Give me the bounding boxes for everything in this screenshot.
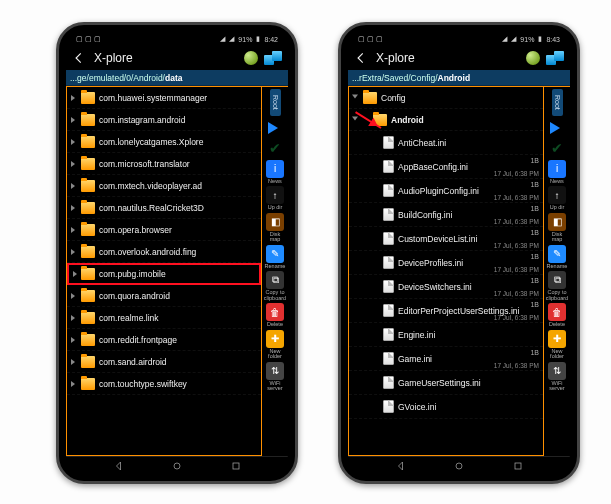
file-row[interactable]: Engine.ini [349,323,543,347]
folder-row[interactable]: com.mxtech.videoplayer.ad [67,175,261,197]
side-button[interactable]: 🗑Delete [264,303,286,328]
item-size: 1B [530,205,539,212]
side-button[interactable]: ↑Up dir [264,186,286,211]
folder-row[interactable]: com.opera.browser [67,219,261,241]
nav-recent-icon[interactable] [512,460,524,472]
file-row[interactable]: AudioPluginConfig.ini 1B 17 Jul, 6:38 PM [349,179,543,203]
expand-icon[interactable] [71,359,78,365]
expand-icon[interactable] [352,94,358,101]
folder-row[interactable]: com.instagram.android [67,109,261,131]
folder-row[interactable]: com.microsoft.translator [67,153,261,175]
folder-row[interactable]: com.overlook.android.fing [67,241,261,263]
file-row[interactable]: BuildConfig.ini 1B 17 Jul, 6:38 PM [349,203,543,227]
expand-icon[interactable] [71,95,78,101]
item-date: 17 Jul, 6:38 PM [494,242,539,249]
item-name: com.touchtype.swiftkey [99,379,261,389]
side-button[interactable]: ⇅WiFi server [546,362,568,392]
item-date: 17 Jul, 6:38 PM [494,290,539,297]
expand-icon[interactable] [71,161,78,167]
file-row[interactable]: DeviceSwitchers.ini 1B 17 Jul, 6:38 PM [349,275,543,299]
expand-icon[interactable] [71,227,78,233]
expand-icon[interactable] [71,249,78,255]
side-button[interactable]: iNews [546,160,568,185]
svg-rect-3 [515,463,521,469]
folder-row[interactable]: com.reddit.frontpage [67,329,261,351]
file-row[interactable]: GameUserSettings.ini [349,371,543,395]
item-name: GameUserSettings.ini [398,378,543,388]
file-row[interactable]: GVoice.ini [349,395,543,419]
expand-icon[interactable] [71,293,78,299]
file-row[interactable]: AppBaseConfig.ini 1B 17 Jul, 6:38 PM [349,155,543,179]
file-icon [383,280,394,293]
side-button-label: Copy to clipboard [546,290,568,301]
side-button-label: Rename [547,264,568,270]
file-list[interactable]: com.huawei.systemmanager com.instagram.a… [66,87,262,456]
panels-icon[interactable] [264,51,282,65]
folder-row[interactable]: com.touchtype.swiftkey [67,373,261,395]
folder-row[interactable]: Config [349,87,543,109]
folder-row[interactable]: com.pubg.imobile [67,263,261,285]
path-bar[interactable]: ...rExtra/Saved/Config/Android [348,70,570,86]
file-row[interactable]: Game.ini 1B 17 Jul, 6:38 PM [349,347,543,371]
expand-icon[interactable] [71,183,78,189]
expand-icon[interactable] [73,271,80,277]
file-row[interactable]: DeviceProfiles.ini 1B 17 Jul, 6:38 PM [349,251,543,275]
expand-icon[interactable] [71,205,78,211]
side-button[interactable]: ↑Up dir [546,186,568,211]
nav-back-icon[interactable] [113,460,125,472]
side-button[interactable]: ✚New folder [264,330,286,360]
nav-back-icon[interactable] [395,460,407,472]
back-icon[interactable] [354,51,368,65]
file-row[interactable]: AntiCheat.ini [349,131,543,155]
file-icon [383,400,394,413]
svg-point-0 [174,463,180,469]
file-row[interactable]: CustomDeviceList.ini 1B 17 Jul, 6:38 PM [349,227,543,251]
side-button-icon: ✎ [266,245,284,263]
side-button[interactable]: 🗑Delete [546,303,568,328]
side-button[interactable]: ⧉Copy to clipboard [546,271,568,301]
expand-icon[interactable] [71,139,78,145]
folder-row[interactable]: com.sand.airdroid [67,351,261,373]
phone-notch [127,25,227,39]
side-button[interactable]: ◧Disk map [546,213,568,243]
side-button[interactable]: ⇅WiFi server [264,362,286,392]
folder-row[interactable]: com.huawei.systemmanager [67,87,261,109]
folder-icon [81,312,95,324]
folder-row[interactable]: com.nautilus.RealCricket3D [67,197,261,219]
root-tab[interactable]: Root [552,89,563,116]
side-toolbar: Root ✔ iNews↑Up dir◧Disk map✎Rename⧉Copy… [262,87,288,456]
file-icon [383,304,394,317]
nav-home-icon[interactable] [453,460,465,472]
expand-icon[interactable] [71,381,78,387]
side-button[interactable]: ✎Rename [546,245,568,270]
folder-row[interactable]: com.quora.android [67,285,261,307]
plugins-icon[interactable] [526,51,540,65]
expand-icon[interactable] [352,116,358,123]
nav-recent-icon[interactable] [230,460,242,472]
expand-icon[interactable] [71,337,78,343]
panel-arrow-icon[interactable] [550,122,566,134]
file-icon [383,376,394,389]
signal-icon: ◢ [229,35,234,43]
side-button[interactable]: iNews [264,160,286,185]
panel-arrow-icon[interactable] [268,122,284,134]
side-button[interactable]: ◧Disk map [264,213,286,243]
side-button[interactable]: ✎Rename [264,245,286,270]
plugins-icon[interactable] [244,51,258,65]
file-row[interactable]: EditorPerProjectUserSettings.ini 1B 17 J… [349,299,543,323]
back-icon[interactable] [72,51,86,65]
expand-icon[interactable] [71,315,78,321]
folder-row[interactable]: com.realme.link [67,307,261,329]
side-button[interactable]: ✚New folder [546,330,568,360]
panels-icon[interactable] [546,51,564,65]
folder-row[interactable]: com.lonelycatgames.Xplore [67,131,261,153]
file-list[interactable]: Config Android AntiCheat.ini AppBaseConf… [348,87,544,456]
root-tab[interactable]: Root [270,89,281,116]
side-button-icon: 🗑 [266,303,284,321]
item-date: 17 Jul, 6:38 PM [494,194,539,201]
nav-home-icon[interactable] [171,460,183,472]
app-title: X-plore [376,51,518,65]
path-bar[interactable]: ...ge/emulated/0/Android/data [66,70,288,86]
expand-icon[interactable] [71,117,78,123]
side-button[interactable]: ⧉Copy to clipboard [264,271,286,301]
